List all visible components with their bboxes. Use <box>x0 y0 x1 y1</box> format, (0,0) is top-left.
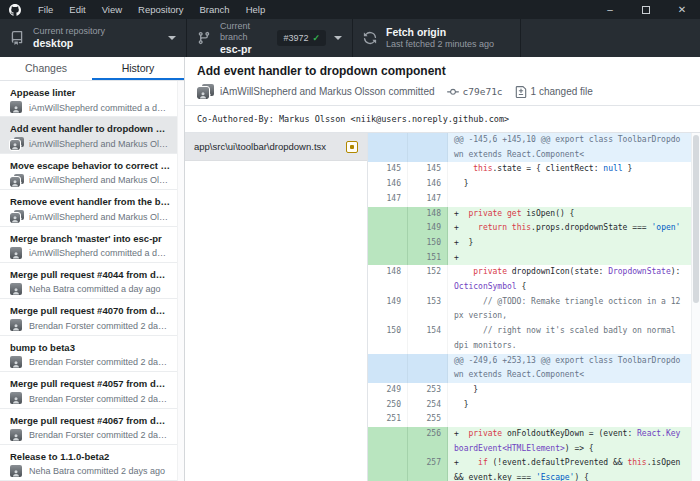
diff-line-row[interactable]: 148152 private dropdownIcon(state: Dropd… <box>368 265 691 294</box>
avatar <box>10 283 24 296</box>
commit-item-meta: iAmWillShepherd committed a day ago <box>10 101 170 114</box>
fetch-origin-sublabel: Last fetched 2 minutes ago <box>386 39 494 50</box>
minimize-button[interactable]: – <box>592 0 628 19</box>
line-number: 146 <box>408 177 448 192</box>
commit-title: Add event handler to dropdown component <box>197 64 688 79</box>
code-line: + private onFoldoutKeyDown = (event: Rea… <box>448 427 691 456</box>
menu-help[interactable]: Help <box>238 0 274 19</box>
sidebar-scrollbar[interactable] <box>177 81 184 481</box>
line-number: 154 <box>408 324 448 353</box>
main-panel: Add event handler to dropdown component … <box>185 57 700 481</box>
fetch-origin-label: Fetch origin <box>386 26 494 39</box>
diff-hunk-row[interactable]: @@ -249,6 +253,13 @@ export class Toolba… <box>368 354 691 383</box>
maximize-button[interactable] <box>628 0 664 19</box>
commit-item-meta: Brendan Forster committed 2 days ago <box>10 319 170 332</box>
diff-line-row[interactable]: 146146 } <box>368 177 691 192</box>
avatar <box>10 140 20 150</box>
line-number: 146 <box>368 177 408 192</box>
avatar <box>10 465 22 477</box>
toolbar: Current repository desktop Current branc… <box>0 19 700 57</box>
commit-item-meta: iAmWillShepherd committed a day ago <box>10 247 170 260</box>
tab-changes[interactable]: Changes <box>0 57 92 80</box>
code-line: } <box>448 383 691 398</box>
avatar <box>10 101 24 114</box>
line-number: 150 <box>368 324 408 353</box>
avatar <box>197 87 209 99</box>
file-row-selected[interactable]: app\src\ui\toolbar\dropdown.tsx <box>185 133 367 161</box>
commit-item-meta: Neha Batra committed a day ago <box>10 283 170 296</box>
avatar <box>10 319 24 332</box>
changed-file-list: app\src\ui\toolbar\dropdown.tsx <box>185 133 368 481</box>
commit-item-meta: iAmWillShepherd and Markus Olsson co… <box>10 174 170 187</box>
menu-branch[interactable]: Branch <box>192 0 238 19</box>
git-commit-icon <box>447 86 459 98</box>
diff-line-row[interactable]: 151+ <box>368 251 691 266</box>
line-number: 152 <box>408 265 448 294</box>
commit-item-byline: Brendan Forster committed 2 days ago <box>29 430 170 440</box>
history-commit-item[interactable]: Appease linter iAmWillShepherd committed… <box>0 81 184 117</box>
line-number <box>368 251 408 266</box>
commit-item-title: Add event handler to dropdown compon… <box>10 122 170 135</box>
history-commit-item[interactable]: Merge branch 'master' into esc-pr iAmWil… <box>0 227 184 263</box>
diff-line-row[interactable]: 147147 <box>368 192 691 207</box>
code-line: + } <box>448 236 691 251</box>
diff-line-row[interactable]: 145145 this.state = { clientRect: null } <box>368 162 691 177</box>
history-commit-item[interactable]: Release to 1.1.0-beta2 Neha Batra commit… <box>0 445 184 481</box>
history-commit-item[interactable]: Merge pull request #4044 from desktop/… … <box>0 263 184 299</box>
code-line: @@ -145,6 +145,10 @@ export class Toolba… <box>448 133 691 162</box>
content: Changes History Appease linter iAmWillSh… <box>0 57 700 481</box>
diff-rows: @@ -145,6 +145,10 @@ export class Toolba… <box>368 133 691 481</box>
history-commit-item[interactable]: Merge pull request #4057 from desktop/… … <box>0 372 184 408</box>
commit-header: Add event handler to dropdown component … <box>185 57 700 106</box>
commit-item-title: Merge pull request #4044 from desktop/… <box>10 268 170 281</box>
history-commit-item[interactable]: Remove event handler from the branches… … <box>0 190 184 226</box>
commit-item-meta: Brendan Forster committed 2 days ago <box>10 392 170 405</box>
commit-item-title: Merge pull request #4067 from desktop/… <box>10 414 170 427</box>
commit-item-meta: Brendan Forster committed 2 days ago <box>10 429 170 442</box>
line-number: 145 <box>368 162 408 177</box>
titlebar: File Edit View Repository Branch Help – … <box>0 0 700 19</box>
history-commit-item[interactable]: Merge pull request #4070 from desktop/… … <box>0 299 184 335</box>
code-line: + return this.props.dropdownState === 'o… <box>448 221 691 236</box>
menu-file[interactable]: File <box>30 0 61 19</box>
code-line: // @TODO: Remake triangle octicon in a 1… <box>448 295 691 324</box>
line-number: 150 <box>408 236 448 251</box>
history-commit-item[interactable]: Move escape behavior to correct compo… i… <box>0 154 184 190</box>
fetch-origin-button[interactable]: Fetch origin Last fetched 2 minutes ago <box>353 19 521 57</box>
avatar <box>10 177 20 187</box>
tab-history[interactable]: History <box>92 57 184 80</box>
menu-view[interactable]: View <box>94 0 130 19</box>
avatar <box>10 174 24 187</box>
code-line: this.state = { clientRect: null } <box>448 162 691 177</box>
check-icon: ✓ <box>312 33 320 43</box>
line-number: 153 <box>408 295 448 324</box>
history-commit-item[interactable]: Add event handler to dropdown compon… iA… <box>0 117 184 153</box>
commit-description: Co-Authored-By: Markus Olsson <niik@user… <box>185 106 700 133</box>
diff-scrollbar-thumb[interactable] <box>693 135 699 303</box>
diff-line-row[interactable]: 149153 // @TODO: Remake triangle octicon… <box>368 295 691 324</box>
avatar <box>10 429 24 442</box>
diff-line-row[interactable]: 251255 <box>368 412 691 427</box>
diff-hunk-row[interactable]: @@ -145,6 +145,10 @@ export class Toolba… <box>368 133 691 162</box>
diff-line-row[interactable]: 148+ private get isOpen() { <box>368 207 691 222</box>
diff-line-row[interactable]: 249253 } <box>368 383 691 398</box>
history-commit-item[interactable]: bump to beta3 Brendan Forster committed … <box>0 336 184 372</box>
diff-line-row[interactable]: 250254 } <box>368 398 691 413</box>
diff-scrollbar[interactable] <box>691 133 700 481</box>
line-number <box>368 456 408 481</box>
menu-edit[interactable]: Edit <box>61 0 93 19</box>
current-repository-button[interactable]: Current repository desktop <box>0 19 187 57</box>
current-branch-button[interactable]: Current branch esc-pr #3972 ✓ <box>187 19 353 57</box>
code-line: + private get isOpen() { <box>448 207 691 222</box>
line-number: 149 <box>368 295 408 324</box>
menu-repository[interactable]: Repository <box>130 0 191 19</box>
file-path: app\src\ui\toolbar\dropdown.tsx <box>194 141 346 152</box>
commit-item-meta: Neha Batra committed 2 days ago <box>10 465 170 478</box>
history-commit-item[interactable]: Merge pull request #4067 from desktop/… … <box>0 409 184 445</box>
diff-line-row[interactable]: 256+ private onFoldoutKeyDown = (event: … <box>368 427 691 456</box>
diff-line-row[interactable]: 150154 // right now it's scaled badly on… <box>368 324 691 353</box>
close-button[interactable]: ✕ <box>664 0 700 19</box>
diff-line-row[interactable]: 149+ return this.props.dropdownState ===… <box>368 221 691 236</box>
diff-line-row[interactable]: 150+ } <box>368 236 691 251</box>
diff-line-row[interactable]: 257+ if (!event.defaultPrevented && this… <box>368 456 691 481</box>
